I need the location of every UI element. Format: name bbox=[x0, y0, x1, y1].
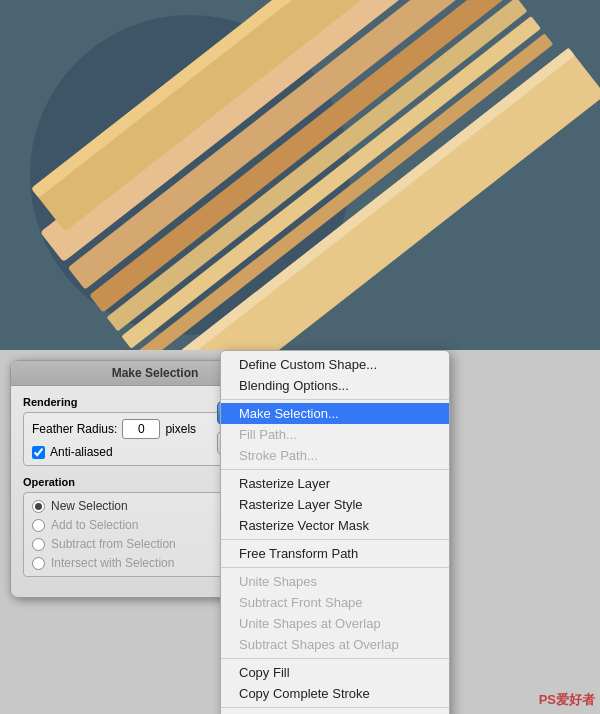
menu-item-9: Unite Shapes bbox=[221, 571, 449, 592]
watermark-ps: PS bbox=[539, 692, 556, 707]
radio-add-selection-btn bbox=[32, 519, 45, 532]
menu-separator-12 bbox=[221, 658, 449, 659]
menu-separator-1 bbox=[221, 399, 449, 400]
canvas-area bbox=[0, 0, 600, 350]
radio-new-selection-label: New Selection bbox=[51, 499, 128, 513]
artwork-svg bbox=[0, 0, 600, 350]
anti-aliased-label: Anti-aliased bbox=[50, 445, 113, 459]
context-menu: Define Custom Shape...Blending Options..… bbox=[220, 350, 450, 714]
watermark: PS爱好者 bbox=[539, 691, 595, 709]
feather-input[interactable] bbox=[122, 419, 160, 439]
feather-label: Feather Radius: bbox=[32, 422, 117, 436]
radio-subtract-selection-label: Subtract from Selection bbox=[51, 537, 176, 551]
menu-item-12: Subtract Shapes at Overlap bbox=[221, 634, 449, 655]
menu-item-11: Unite Shapes at Overlap bbox=[221, 613, 449, 634]
menu-item-7[interactable]: Rasterize Vector Mask bbox=[221, 515, 449, 536]
menu-item-2[interactable]: Make Selection... bbox=[221, 403, 449, 424]
menu-item-4: Stroke Path... bbox=[221, 445, 449, 466]
watermark-text: 爱好者 bbox=[556, 692, 595, 707]
feather-unit: pixels bbox=[165, 422, 196, 436]
menu-item-14[interactable]: Copy Complete Stroke bbox=[221, 683, 449, 704]
radio-add-selection-label: Add to Selection bbox=[51, 518, 138, 532]
bottom-panel: Make Selection OK Cancel Rendering Feath… bbox=[0, 350, 600, 714]
radio-subtract-selection-btn bbox=[32, 538, 45, 551]
menu-item-10: Subtract Front Shape bbox=[221, 592, 449, 613]
menu-item-1[interactable]: Blending Options... bbox=[221, 375, 449, 396]
menu-separator-4 bbox=[221, 469, 449, 470]
menu-item-6[interactable]: Rasterize Layer Style bbox=[221, 494, 449, 515]
menu-item-13[interactable]: Copy Fill bbox=[221, 662, 449, 683]
menu-item-5[interactable]: Rasterize Layer bbox=[221, 473, 449, 494]
radio-new-selection-btn[interactable] bbox=[32, 500, 45, 513]
menu-separator-14 bbox=[221, 707, 449, 708]
menu-item-3: Fill Path... bbox=[221, 424, 449, 445]
menu-separator-8 bbox=[221, 567, 449, 568]
menu-item-8[interactable]: Free Transform Path bbox=[221, 543, 449, 564]
menu-item-0[interactable]: Define Custom Shape... bbox=[221, 354, 449, 375]
anti-aliased-checkbox[interactable] bbox=[32, 446, 45, 459]
radio-intersect-selection-label: Intersect with Selection bbox=[51, 556, 174, 570]
radio-intersect-selection-btn bbox=[32, 557, 45, 570]
menu-separator-7 bbox=[221, 539, 449, 540]
